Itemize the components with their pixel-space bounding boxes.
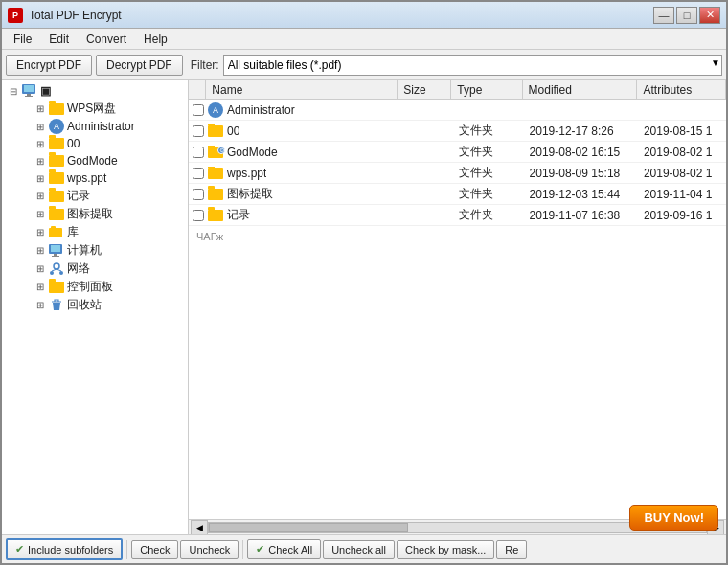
folder-icon xyxy=(208,210,223,221)
folder-icon xyxy=(48,171,65,185)
file-list: A Administrator 00 文件夹 xyxy=(189,100,726,519)
file-type-cell: 文件夹 xyxy=(453,123,524,139)
include-subfolders-button[interactable]: ✔ Include subfolders xyxy=(6,538,123,560)
row-checkbox[interactable] xyxy=(189,168,208,179)
uncheck-button[interactable]: Uncheck xyxy=(180,540,239,559)
sidebar-item-admin[interactable]: ⊞ A Administrator xyxy=(2,118,188,135)
menu-convert[interactable]: Convert xyxy=(79,31,134,47)
folder-icon xyxy=(208,168,223,179)
file-header: Name Size Type Modified Attributes xyxy=(189,80,726,100)
file-name-cell: ⚙ GodMode xyxy=(208,146,399,159)
window-controls: — □ ✕ xyxy=(653,7,720,24)
computer-icon xyxy=(48,244,65,258)
menu-file[interactable]: File xyxy=(6,31,39,47)
expand-icon2: ⊞ xyxy=(33,119,48,134)
status-label: ЧАГж xyxy=(196,231,223,242)
scroll-left-btn[interactable]: ◀ xyxy=(191,520,208,535)
sidebar-item-godmode[interactable]: ⊞ GodMode xyxy=(2,152,188,170)
sidebar-item-controlpanel[interactable]: ⊞ 控制面板 xyxy=(2,278,188,296)
sidebar-item-00[interactable]: ⊞ 00 xyxy=(2,135,188,152)
sidebar-item-record[interactable]: ⊞ 记录 xyxy=(2,187,188,205)
row-checkbox[interactable] xyxy=(189,189,208,200)
main-window: P Total PDF Encrypt — □ ✕ File Edit Conv… xyxy=(0,0,728,565)
sidebar-item-library[interactable]: ⊞ 库 xyxy=(2,223,188,241)
col-header-size[interactable]: Size xyxy=(398,80,451,99)
maximize-button[interactable]: □ xyxy=(676,7,697,24)
sidebar-item-wps[interactable]: ⊞ WPS网盘 xyxy=(2,100,188,118)
file-type-cell: 文件夹 xyxy=(453,207,524,223)
main-content: ⊟ ▣ ⊞ WPS网盘 ⊞ A Administrator xyxy=(2,80,726,534)
uncheck-all-button[interactable]: Uncheck all xyxy=(323,540,395,559)
sidebar: ⊟ ▣ ⊞ WPS网盘 ⊞ A Administrator xyxy=(2,80,189,534)
folder-icon xyxy=(48,226,65,239)
check-all-icon: ✔ xyxy=(256,543,264,555)
sidebar-item-label: 网络 xyxy=(65,260,90,277)
svg-rect-5 xyxy=(51,226,56,229)
check-by-mask-button[interactable]: Check by mask... xyxy=(397,540,494,559)
check-button[interactable]: Check xyxy=(131,540,178,559)
sidebar-item-mycomputer[interactable]: ⊞ 计算机 xyxy=(2,241,188,260)
row-checkbox[interactable] xyxy=(189,104,208,116)
window-title: Total PDF Encrypt xyxy=(29,9,122,22)
sidebar-item-wpsppt[interactable]: ⊞ wps.ppt xyxy=(2,170,188,187)
re-button[interactable]: Re xyxy=(496,540,527,559)
encrypt-pdf-button[interactable]: Encrypt PDF xyxy=(6,55,92,76)
close-button[interactable]: ✕ xyxy=(699,7,720,24)
file-pane: Name Size Type Modified Attributes A Adm… xyxy=(189,80,726,534)
expand-icon xyxy=(6,153,33,169)
filter-select-wrapper[interactable]: All suitable files (*.pdf)PDF files (*.p… xyxy=(223,55,722,76)
svg-rect-1 xyxy=(24,85,34,92)
expand-icon xyxy=(6,170,33,186)
expand-icon xyxy=(6,207,33,222)
svg-rect-8 xyxy=(54,254,57,256)
expand-icon xyxy=(6,261,33,277)
folder-icon xyxy=(48,281,65,294)
file-modified-cell: 2019-12-03 15:44 xyxy=(524,188,638,201)
table-row: 图标提取 文件夹 2019-12-03 15:44 2019-11-04 1 xyxy=(189,184,726,205)
separator xyxy=(126,540,127,559)
row-checkbox[interactable] xyxy=(189,210,208,221)
folder-icon xyxy=(48,190,65,203)
menu-edit[interactable]: Edit xyxy=(41,31,77,47)
svg-line-13 xyxy=(52,269,57,271)
minimize-button[interactable]: — xyxy=(653,7,674,24)
col-header-modified[interactable]: Modified xyxy=(523,80,638,99)
scrollbar-thumb[interactable] xyxy=(209,523,408,532)
expand-icon2: ⊞ xyxy=(33,207,48,222)
buy-now-button[interactable]: BUY Now! xyxy=(629,505,718,531)
admin-icon: A xyxy=(208,102,223,118)
expand-icon2: ⊞ xyxy=(33,189,48,204)
sidebar-item-icons[interactable]: ⊞ 图标提取 xyxy=(2,205,188,223)
expand-icon2: ⊞ xyxy=(33,225,48,240)
col-header-name[interactable]: Name xyxy=(206,80,398,99)
check-all-button[interactable]: ✔ Check All xyxy=(247,539,321,559)
sidebar-item-label: Administrator xyxy=(65,120,135,133)
sidebar-item-label: 计算机 xyxy=(65,242,102,259)
admin-icon: A xyxy=(48,120,65,133)
svg-rect-2 xyxy=(27,94,31,96)
expand-icon xyxy=(6,225,33,240)
sidebar-item-recycle[interactable]: ⊞ 回收站 xyxy=(2,296,188,314)
col-header-attributes[interactable]: Attributes xyxy=(637,80,726,99)
computer-icon xyxy=(21,84,38,98)
row-checkbox[interactable] xyxy=(189,125,208,137)
menu-help[interactable]: Help xyxy=(136,31,175,47)
decrypt-pdf-button[interactable]: Decrypt PDF xyxy=(96,55,183,76)
menu-bar: File Edit Convert Help xyxy=(2,29,726,50)
row-checkbox[interactable] xyxy=(189,147,208,158)
file-type-cell: 文件夹 xyxy=(453,144,524,160)
status-bar: ✔ Include subfolders Check Uncheck ✔ Che… xyxy=(2,534,726,563)
expand-icon2: ⊞ xyxy=(33,280,48,295)
expand-icon xyxy=(6,280,33,295)
filter-select[interactable]: All suitable files (*.pdf)PDF files (*.p… xyxy=(223,55,722,76)
file-name-text: GodMode xyxy=(227,146,278,159)
expand-icon2: ⊞ xyxy=(33,298,48,313)
title-bar-left: P Total PDF Encrypt xyxy=(8,8,122,23)
table-row: A Administrator xyxy=(189,100,726,121)
sidebar-item-computer[interactable]: ⊟ ▣ xyxy=(2,82,188,100)
sidebar-item-network[interactable]: ⊞ 网络 xyxy=(2,260,188,278)
check-icon: ✔ xyxy=(15,543,24,555)
table-row: ⚙ GodMode 文件夹 2019-08-02 16:15 2019-08-0… xyxy=(189,142,726,163)
expand-icon xyxy=(6,119,33,134)
col-header-type[interactable]: Type xyxy=(451,80,522,99)
